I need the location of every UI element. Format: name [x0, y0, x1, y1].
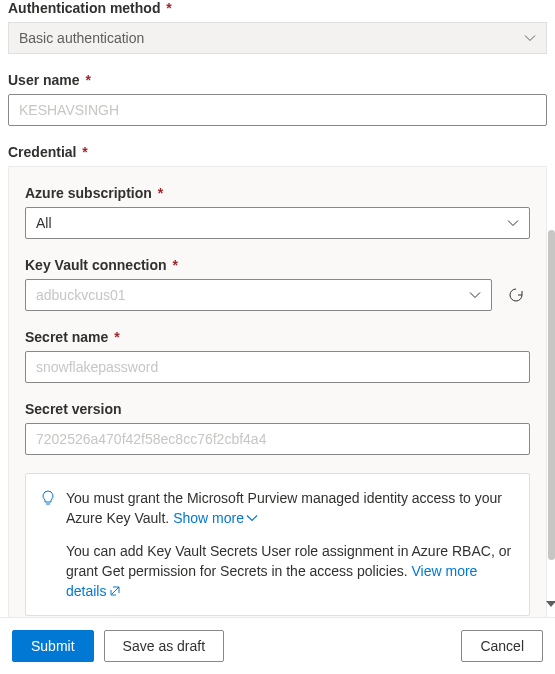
secretname-label: Secret name * [25, 329, 530, 345]
secretname-input[interactable] [25, 351, 530, 383]
credential-label: Credential * [8, 144, 547, 160]
scrollbar[interactable] [548, 230, 555, 560]
save-draft-button[interactable]: Save as draft [104, 630, 225, 662]
external-link-icon [109, 585, 121, 597]
submit-button[interactable]: Submit [12, 630, 94, 662]
keyvault-label: Key Vault connection * [25, 257, 530, 273]
secretversion-label: Secret version [25, 401, 530, 417]
keyvault-placeholder: adbuckvcus01 [36, 287, 126, 303]
credential-section: Azure subscription * All Key Vault conne… [8, 166, 547, 620]
lightbulb-icon [40, 490, 56, 529]
auth-method-value: Basic authentication [19, 22, 144, 54]
hint-text-1: You must grant the Microsoft Purview man… [66, 488, 515, 529]
subscription-value: All [36, 215, 52, 231]
required-indicator: * [82, 72, 91, 88]
chevron-down-icon [524, 32, 536, 44]
keyvault-select[interactable]: adbuckvcus01 [25, 279, 492, 311]
chevron-down-icon [507, 217, 519, 229]
required-indicator: * [162, 0, 171, 16]
hint-text-2: You can add Key Vault Secrets User role … [66, 541, 515, 602]
cancel-button[interactable]: Cancel [461, 630, 543, 662]
footer: Submit Save as draft Cancel [0, 617, 555, 674]
refresh-icon [508, 287, 524, 303]
subscription-label: Azure subscription * [25, 185, 530, 201]
refresh-keyvault-button[interactable] [502, 281, 530, 309]
auth-method-label: Authentication method * [8, 0, 547, 16]
required-indicator: * [78, 144, 87, 160]
auth-method-select[interactable]: Basic authentication [8, 22, 547, 54]
show-more-link[interactable]: Show more [173, 508, 258, 528]
username-label: User name * [8, 72, 547, 88]
chevron-down-icon [469, 289, 481, 301]
required-indicator: * [169, 257, 178, 273]
chevron-down-icon [246, 512, 258, 524]
scroll-down-icon[interactable] [545, 598, 555, 610]
required-indicator: * [110, 329, 119, 345]
required-indicator: * [154, 185, 163, 201]
username-input[interactable] [8, 94, 547, 126]
secretversion-input[interactable] [25, 423, 530, 455]
hint-box: You must grant the Microsoft Purview man… [25, 473, 530, 616]
subscription-select[interactable]: All [25, 207, 530, 239]
